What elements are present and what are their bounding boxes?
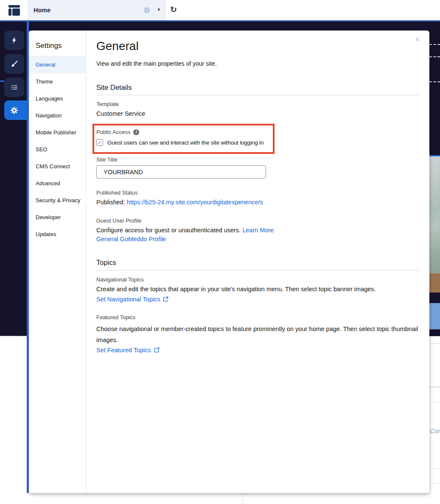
bg-dashed-line	[429, 402, 440, 402]
section-divider	[96, 95, 419, 95]
site-title-input[interactable]	[96, 165, 266, 178]
bg-dark-band	[429, 329, 440, 335]
external-link-icon	[163, 296, 168, 304]
set-featured-topics-link[interactable]: Set Featured Topics	[96, 347, 151, 354]
rail-settings-button[interactable]	[4, 100, 29, 120]
gear-icon	[10, 106, 19, 115]
checkmark-icon: ✓	[98, 140, 102, 145]
rail-accent-line	[0, 81, 4, 82]
navigational-topics-text: Create and edit the topics that appear i…	[96, 286, 419, 293]
logo-shape	[12, 8, 20, 16]
sidebar-item-updates[interactable]: Updates	[29, 226, 86, 243]
experience-builder-logo[interactable]	[8, 5, 20, 16]
navigational-topics-label: Navigational Topics	[96, 276, 419, 283]
settings-panel: ✕ Settings General Theme Languages Navig…	[29, 31, 429, 493]
public-access-checkbox[interactable]: ✓	[96, 139, 103, 146]
settings-nav: Settings General Theme Languages Navigat…	[29, 31, 86, 493]
template-label: Template	[96, 101, 419, 107]
public-access-checkbox-label[interactable]: Guest users can see and interact with th…	[107, 139, 263, 146]
top-bar-accent-line	[0, 20, 440, 22]
set-navigational-topics-link[interactable]: Set Navigational Topics	[96, 296, 160, 303]
current-page-tab[interactable]: Home ▾	[28, 0, 165, 20]
guest-profile-link[interactable]: General GoMeddo Profile	[96, 236, 166, 242]
bg-text-fragment: Cor	[430, 427, 440, 434]
page-description: View and edit the main properties of you…	[96, 60, 419, 67]
sidebar-item-general[interactable]: General	[29, 56, 86, 73]
bg-dark-band	[429, 292, 440, 303]
current-page-label: Home	[34, 7, 50, 14]
external-link-icon	[154, 347, 160, 354]
page-title: General	[96, 39, 419, 53]
bg-dashed-line	[429, 44, 440, 45]
bg-dashed-line	[429, 483, 440, 484]
backdrop-dashed-edge	[0, 336, 27, 336]
published-prefix: Published:	[96, 199, 125, 206]
info-icon[interactable]: i	[133, 129, 139, 135]
settings-content: General View and edit the main propertie…	[96, 31, 419, 354]
public-access-label: Public Access	[96, 129, 130, 135]
bg-dashed-line	[429, 468, 440, 469]
bg-dashed-vline	[243, 493, 243, 504]
bg-dashed-line	[429, 81, 440, 82]
bg-dashed-line	[429, 56, 440, 57]
sidebar-item-cms-connect[interactable]: CMS Connect	[29, 158, 86, 175]
guest-user-profile-text: Configure access for guest or unauthenti…	[96, 227, 241, 234]
featured-topics-text: Choose navigational or member-created to…	[96, 323, 419, 345]
list-icon	[10, 83, 19, 92]
bg-image-band	[429, 273, 440, 292]
published-status-label: Published Status	[96, 189, 419, 196]
refresh-icon[interactable]: ↻	[170, 5, 177, 14]
settings-nav-title: Settings	[29, 31, 86, 56]
bg-dashed-line	[429, 343, 440, 344]
public-access-highlight-box: Public Access i ✓ Guest users can see an…	[92, 124, 275, 154]
paintbrush-icon	[10, 60, 19, 68]
site-details-heading: Site Details	[96, 83, 419, 92]
featured-topics-label: Featured Topics	[96, 314, 419, 320]
sidebar-item-navigation[interactable]: Navigation	[29, 107, 86, 124]
page-settings-gear-icon[interactable]	[143, 6, 151, 14]
sidebar-item-security-privacy[interactable]: Security & Privacy	[29, 192, 86, 209]
rail-components-button[interactable]	[4, 31, 24, 50]
bg-hero-image	[429, 156, 440, 273]
bg-blue-band	[429, 303, 440, 329]
site-title-label: Site Title	[96, 156, 419, 163]
sidebar-item-languages[interactable]: Languages	[29, 90, 86, 107]
builder-top-bar: Home ▾ ↻	[0, 0, 440, 20]
guest-user-profile-label: Guest User Profile	[96, 217, 419, 224]
section-divider	[96, 270, 419, 270]
bg-section-line	[429, 387, 440, 387]
lightning-bolt-icon	[10, 36, 19, 45]
rail-page-structure-button[interactable]	[4, 78, 24, 97]
logo-shape	[8, 5, 20, 8]
logo-shape	[8, 8, 11, 16]
rail-theme-button[interactable]	[4, 54, 24, 74]
chevron-down-icon[interactable]: ▾	[157, 7, 160, 12]
published-url-link[interactable]: https://b25-24.my.site.com/yourdigitalex…	[127, 199, 263, 206]
sidebar-item-developer[interactable]: Developer	[29, 209, 86, 226]
learn-more-link[interactable]: Learn More	[242, 227, 274, 234]
sidebar-item-advanced[interactable]: Advanced	[29, 175, 86, 192]
sidebar-item-theme[interactable]: Theme	[29, 73, 86, 90]
template-value: Customer Service	[96, 110, 419, 117]
sidebar-item-mobile-publisher[interactable]: Mobile Publisher	[29, 124, 86, 141]
sidebar-item-seo[interactable]: SEO	[29, 141, 86, 158]
topics-heading: Topics	[96, 258, 419, 267]
